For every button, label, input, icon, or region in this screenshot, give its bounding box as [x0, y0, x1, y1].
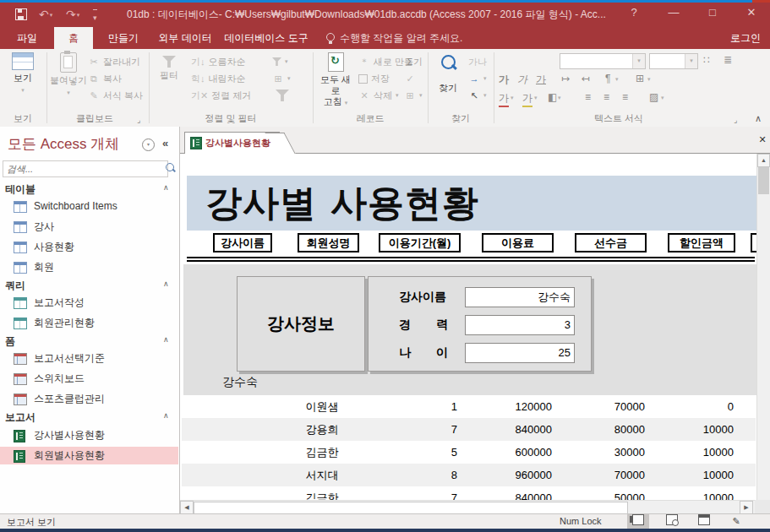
sort-ascending-button[interactable]: 기↓오름차순	[191, 53, 246, 70]
font-color-icon[interactable]: 가	[499, 91, 509, 107]
save-record-button[interactable]: 저장	[358, 70, 390, 87]
vertical-scrollbar[interactable]: ▲ ▼	[756, 154, 770, 513]
view-button[interactable]: 보기 ▾	[3, 52, 42, 95]
tab-home[interactable]: 홈	[54, 27, 93, 49]
tell-me-box[interactable]: 수행할 작업을 알려 주세요.	[340, 27, 462, 49]
increase-indent-icon[interactable]: ↦	[561, 73, 570, 84]
scrollbar-corner	[755, 500, 770, 513]
collapse-section-icon[interactable]: ∧	[163, 335, 169, 344]
report-icon	[190, 137, 202, 149]
delete-record-button[interactable]: ✕삭제▾	[358, 87, 399, 104]
align-left-icon[interactable]: ≡	[585, 91, 591, 103]
advanced-filter-button[interactable]: ⊞▾	[272, 70, 291, 87]
close-icon[interactable]: ✕	[739, 6, 764, 19]
font-name-combobox[interactable]: ▾	[560, 53, 646, 69]
find-button[interactable]: 찾기	[431, 52, 465, 94]
search-icon[interactable]	[166, 163, 174, 171]
bullets-icon[interactable]: ∷	[703, 54, 710, 66]
nav-section-tables[interactable]: 테이블	[5, 182, 35, 197]
nav-item-member-table[interactable]: 회원	[0, 258, 178, 276]
scroll-up-icon[interactable]: ▲	[757, 154, 770, 167]
collapse-ribbon-icon[interactable]: ∧	[755, 113, 762, 124]
scroll-right-icon[interactable]: ▶	[740, 501, 753, 514]
collapse-section-icon[interactable]: ∧	[163, 411, 169, 420]
font-size-combobox[interactable]: ▾	[649, 53, 698, 69]
paragraph-direction-icon[interactable]: ¶	[605, 73, 610, 84]
nav-section-queries[interactable]: 쿼리	[5, 279, 25, 293]
tab-file[interactable]: 파일	[7, 27, 47, 49]
collapse-section-icon[interactable]: ∧	[163, 280, 169, 288]
nav-item-member-usage-report[interactable]: 회원별사용현황	[0, 447, 178, 464]
nav-item-switchboard-form[interactable]: 스위치보드	[0, 370, 178, 388]
tab-external-data[interactable]: 외부 데이터	[152, 27, 218, 49]
italic-icon[interactable]: 가	[517, 73, 527, 87]
horizontal-scrollbar[interactable]: ◀ ▶	[180, 500, 755, 514]
save-icon[interactable]	[15, 8, 27, 24]
nav-item-instructor-table[interactable]: 강사	[0, 218, 178, 236]
toggle-filter-button[interactable]	[276, 87, 289, 104]
nav-item-report-write-query[interactable]: 보고서작성	[0, 294, 178, 312]
copy-button[interactable]: ⧉복사	[88, 70, 122, 87]
document-close-icon[interactable]: ✕	[756, 133, 768, 145]
spell-check-button[interactable]: ✓	[404, 70, 416, 87]
sort-descending-button[interactable]: 힉↓내림차순	[191, 70, 246, 87]
more-records-button[interactable]: ⊞▾	[404, 87, 423, 104]
align-right-icon[interactable]: ≡	[622, 91, 628, 103]
nav-item-usage-table[interactable]: 사용현황	[0, 238, 178, 256]
nav-section-reports[interactable]: 보고서	[5, 410, 35, 425]
redo-icon[interactable]: ↷▾	[66, 7, 79, 23]
format-painter-button[interactable]: ✎서식 복사	[88, 87, 143, 104]
search-input[interactable]	[3, 160, 168, 177]
nav-item-switchboard-items[interactable]: Switchboard Items	[0, 198, 178, 215]
report-view-button[interactable]	[627, 514, 649, 529]
nav-item-instructor-usage-report[interactable]: 강사별사용현황	[0, 426, 178, 444]
nav-pane-menu-icon[interactable]: ▾	[142, 138, 155, 151]
design-view-button[interactable]: ✎	[725, 514, 747, 529]
horizontal-scroll-thumb[interactable]	[194, 502, 628, 514]
maximize-icon[interactable]: □	[700, 6, 725, 19]
nav-item-member-mgmt-query[interactable]: 회원관리현황	[0, 314, 178, 332]
text-format-dialog-launcher-icon[interactable]: ⌟	[734, 116, 737, 124]
nav-item-sports-club-form[interactable]: 스포츠클럽관리	[0, 390, 178, 408]
replace-button[interactable]: 가나	[468, 53, 487, 70]
nav-item-report-criteria-form[interactable]: 보고서선택기준	[0, 350, 178, 367]
help-icon[interactable]: ?	[621, 6, 647, 19]
scroll-left-icon[interactable]: ◀	[180, 501, 194, 514]
collapse-section-icon[interactable]: ∧	[163, 183, 169, 192]
remove-sort-button[interactable]: 기✕정렬 제거	[191, 87, 251, 104]
numbering-icon[interactable]: ≣	[724, 54, 732, 66]
clipboard-dialog-launcher-icon[interactable]: ⌟	[137, 116, 140, 124]
fill-color-icon[interactable]: ◧	[548, 91, 557, 103]
minimize-icon[interactable]: —	[661, 6, 686, 19]
tab-create[interactable]: 만들기	[98, 27, 149, 49]
qat-customize-icon[interactable]: ▾	[93, 9, 97, 25]
group-label-records: 레코드	[314, 112, 426, 125]
underline-icon[interactable]: 가	[536, 73, 546, 87]
selection-filter-button[interactable]: ▾	[272, 53, 288, 70]
print-preview-button[interactable]	[661, 514, 683, 529]
document-tab[interactable]: 강사별사용현황	[184, 132, 280, 154]
refresh-all-button[interactable]: ↻ 모두 새로 고침 ▾	[316, 52, 355, 108]
paste-icon	[60, 52, 77, 73]
highlight-color-icon[interactable]: 가	[522, 91, 532, 107]
filter-button[interactable]: 필터	[152, 52, 186, 81]
layout-view-button[interactable]	[693, 514, 715, 529]
login-button[interactable]: 로그인	[725, 27, 766, 49]
undo-icon[interactable]: ↶▾	[39, 7, 52, 23]
align-center-icon[interactable]: ≡	[603, 91, 609, 103]
column-header-instructor-name: 강사이름	[213, 233, 272, 252]
tab-database-tools[interactable]: 데이터베이스 도구	[221, 27, 311, 49]
select-button[interactable]: ↖▾	[468, 87, 487, 104]
gridlines-icon[interactable]: ⊞	[636, 73, 644, 84]
vertical-scroll-thumb[interactable]	[758, 167, 769, 194]
decrease-indent-icon[interactable]: ↤	[582, 73, 590, 84]
totals-button[interactable]: Σ	[404, 53, 416, 70]
alternate-row-color-icon[interactable]: ▨	[649, 91, 658, 103]
nav-section-forms[interactable]: 폼	[5, 334, 15, 349]
cut-button[interactable]: ✂잘라내기	[88, 53, 140, 70]
form-icon	[14, 394, 27, 405]
goto-button[interactable]: →▾	[468, 70, 487, 87]
shutter-bar-close-icon[interactable]: «	[162, 137, 168, 149]
bold-icon[interactable]: 가	[499, 73, 509, 87]
paste-button[interactable]: 붙여넣기 ▾	[49, 52, 88, 98]
